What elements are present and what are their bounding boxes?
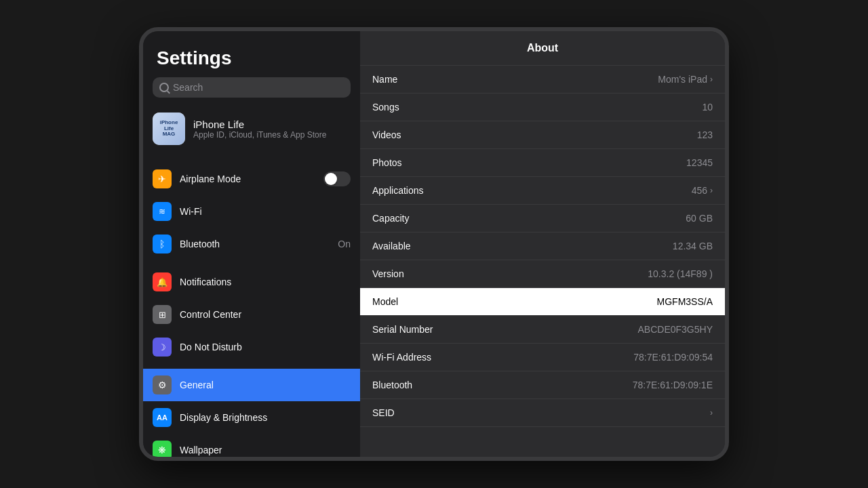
detail-label-model: Model bbox=[372, 296, 398, 307]
profile-icon: iPhoneLifeMAG bbox=[153, 113, 185, 145]
detail-row-capacity: Capacity 60 GB bbox=[360, 205, 725, 232]
toggle-knob bbox=[325, 173, 337, 185]
detail-row-serial-number: Serial Number ABCDE0F3G5HY bbox=[360, 316, 725, 344]
wallpaper-icon: ❋ bbox=[153, 441, 172, 457]
detail-row-version: Version 10.3.2 (14F89 ) bbox=[360, 260, 725, 288]
search-bar[interactable]: Search bbox=[153, 77, 351, 98]
detail-row-available: Available 12.34 GB bbox=[360, 232, 725, 260]
detail-row-model[interactable]: Model MGFM3SS/A bbox=[360, 288, 725, 316]
detail-label-available: Available bbox=[372, 241, 411, 251]
wifi-label: Wi-Fi bbox=[180, 206, 351, 217]
detail-label-capacity: Capacity bbox=[372, 213, 409, 224]
bluetooth-label: Bluetooth bbox=[180, 239, 330, 249]
sidebar-item-notifications[interactable]: 🔔 Notifications bbox=[143, 266, 360, 298]
detail-label-videos: Videos bbox=[372, 129, 401, 140]
detail-value-photos: 12345 bbox=[686, 157, 713, 168]
main-header: About bbox=[360, 31, 725, 66]
detail-label-name: Name bbox=[372, 74, 397, 85]
main-header-title: About bbox=[527, 42, 558, 54]
detail-label-songs: Songs bbox=[372, 102, 399, 113]
detail-value-bluetooth-address: 78:7E:61:D9:09:1E bbox=[633, 380, 713, 390]
detail-label-seid: SEID bbox=[372, 407, 395, 418]
bluetooth-value: On bbox=[338, 239, 351, 249]
sidebar-item-general[interactable]: ⚙ General bbox=[143, 369, 360, 401]
detail-value-model: MGFM3SS/A bbox=[657, 296, 713, 307]
sidebar-item-bluetooth[interactable]: ᛒ Bluetooth On bbox=[143, 228, 360, 260]
detail-value-songs: 10 bbox=[702, 102, 713, 113]
main-content: About Name Mom's iPad › Songs 10 Videos … bbox=[360, 31, 725, 457]
do-not-disturb-icon: ☽ bbox=[153, 338, 172, 357]
detail-label-version: Version bbox=[372, 268, 404, 279]
detail-label-applications: Applications bbox=[372, 185, 424, 196]
detail-row-videos: Videos 123 bbox=[360, 121, 725, 149]
chevron-applications: › bbox=[710, 186, 713, 195]
detail-row-songs: Songs 10 bbox=[360, 94, 725, 121]
display-brightness-icon: AA bbox=[153, 408, 172, 427]
airplane-mode-toggle[interactable] bbox=[323, 171, 351, 186]
airplane-mode-label: Airplane Mode bbox=[180, 174, 315, 184]
detail-row-wifi-address: Wi-Fi Address 78:7E:61:D9:09:54 bbox=[360, 344, 725, 371]
detail-label-bluetooth-address: Bluetooth bbox=[372, 380, 412, 390]
detail-value-name: Mom's iPad › bbox=[658, 74, 713, 85]
sidebar-item-display-brightness[interactable]: AA Display & Brightness bbox=[143, 401, 360, 434]
sidebar-item-wifi[interactable]: ≋ Wi-Fi bbox=[143, 195, 360, 228]
bluetooth-icon: ᛒ bbox=[153, 235, 172, 253]
profile-name: iPhone Life bbox=[193, 119, 326, 130]
wallpaper-label: Wallpaper bbox=[180, 445, 351, 455]
display-brightness-label: Display & Brightness bbox=[180, 412, 351, 423]
sidebar-item-control-center[interactable]: ⊞ Control Center bbox=[143, 298, 360, 331]
profile-info: iPhone Life Apple ID, iCloud, iTunes & A… bbox=[193, 119, 326, 140]
profile-subtitle: Apple ID, iCloud, iTunes & App Store bbox=[193, 130, 326, 140]
detail-value-applications: 456 › bbox=[692, 185, 713, 196]
detail-row-photos: Photos 12345 bbox=[360, 149, 725, 177]
profile-row[interactable]: iPhoneLifeMAG iPhone Life Apple ID, iClo… bbox=[143, 106, 360, 152]
detail-value-wifi-address: 78:7E:61:D9:09:54 bbox=[633, 352, 713, 363]
tablet-frame: Settings Search iPhoneLifeMAG iPhone Lif… bbox=[139, 27, 729, 461]
general-icon: ⚙ bbox=[153, 375, 172, 394]
wifi-icon: ≋ bbox=[153, 202, 172, 221]
detail-value-seid: › bbox=[710, 408, 713, 418]
general-label: General bbox=[180, 380, 351, 390]
notifications-icon: 🔔 bbox=[153, 272, 172, 291]
airplane-mode-icon: ✈ bbox=[153, 169, 172, 188]
sidebar-item-airplane-mode[interactable]: ✈ Airplane Mode bbox=[143, 163, 360, 195]
sidebar-title: Settings bbox=[143, 31, 360, 77]
do-not-disturb-label: Do Not Disturb bbox=[180, 342, 351, 352]
detail-label-serial-number: Serial Number bbox=[372, 324, 433, 335]
detail-value-available: 12.34 GB bbox=[673, 241, 713, 251]
detail-label-photos: Photos bbox=[372, 157, 402, 168]
sidebar-item-wallpaper[interactable]: ❋ Wallpaper bbox=[143, 434, 360, 457]
control-center-label: Control Center bbox=[180, 309, 351, 320]
search-placeholder: Search bbox=[173, 82, 203, 93]
profile-icon-inner: iPhoneLifeMAG bbox=[153, 113, 185, 145]
detail-row-bluetooth-address: Bluetooth 78:7E:61:D9:09:1E bbox=[360, 371, 725, 399]
detail-label-wifi-address: Wi-Fi Address bbox=[372, 352, 431, 363]
detail-value-serial-number: ABCDE0F3G5HY bbox=[638, 324, 713, 335]
sidebar: Settings Search iPhoneLifeMAG iPhone Lif… bbox=[143, 31, 360, 457]
detail-value-capacity: 60 GB bbox=[686, 213, 713, 224]
chevron-name: › bbox=[710, 75, 713, 84]
detail-row-applications[interactable]: Applications 456 › bbox=[360, 177, 725, 205]
sidebar-item-do-not-disturb[interactable]: ☽ Do Not Disturb bbox=[143, 331, 360, 363]
control-center-icon: ⊞ bbox=[153, 305, 172, 324]
detail-row-name[interactable]: Name Mom's iPad › bbox=[360, 66, 725, 94]
detail-list[interactable]: Name Mom's iPad › Songs 10 Videos 123 Ph… bbox=[360, 66, 725, 457]
detail-value-version: 10.3.2 (14F89 ) bbox=[648, 268, 713, 279]
chevron-seid: › bbox=[710, 408, 713, 418]
detail-value-videos: 123 bbox=[697, 129, 713, 140]
detail-row-seid[interactable]: SEID › bbox=[360, 399, 725, 427]
search-icon bbox=[159, 83, 169, 92]
notifications-label: Notifications bbox=[180, 277, 351, 287]
